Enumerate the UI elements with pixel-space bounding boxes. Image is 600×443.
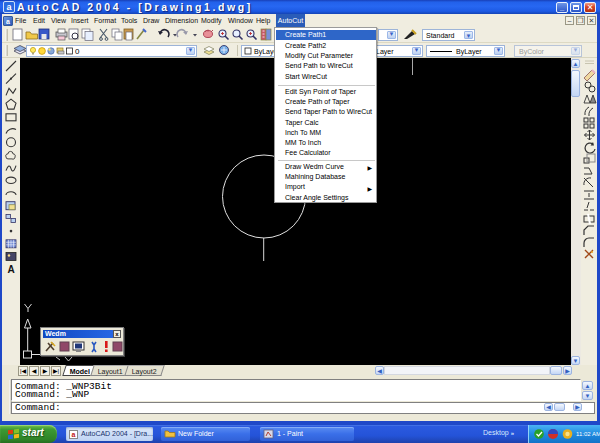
svg-text:Layer: Layer: [376, 48, 394, 56]
svg-text:A: A: [8, 264, 15, 275]
svg-text:ByLayer: ByLayer: [456, 48, 482, 56]
svg-text:0: 0: [75, 47, 80, 56]
